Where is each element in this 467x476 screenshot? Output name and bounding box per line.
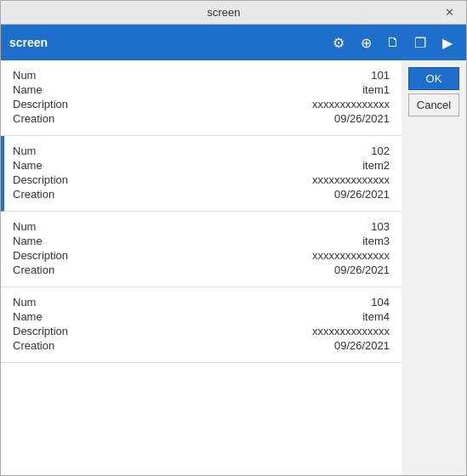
name-value: item4: [362, 310, 390, 323]
side-buttons: OK Cancel: [402, 60, 466, 475]
num-label: Num: [13, 220, 36, 233]
copy-icon[interactable]: ❐: [410, 32, 430, 53]
creation-label: Creation: [13, 188, 54, 201]
toolbar-title: screen: [9, 36, 322, 49]
play-icon[interactable]: ▶: [437, 32, 458, 53]
list-item[interactable]: Num 101 Name item1 Description xxxxxxxxx…: [1, 60, 402, 136]
list-item[interactable]: Num 104 Name item4 Description xxxxxxxxx…: [1, 287, 402, 363]
name-label: Name: [13, 83, 43, 96]
creation-value: 09/26/2021: [334, 264, 390, 276]
name-value: item1: [362, 83, 390, 96]
num-label: Num: [13, 296, 36, 309]
desc-value: xxxxxxxxxxxxxx: [312, 325, 390, 337]
creation-value: 09/26/2021: [334, 112, 390, 125]
creation-label: Creation: [13, 264, 54, 276]
creation-label: Creation: [13, 112, 54, 125]
num-value: 104: [371, 296, 390, 309]
desc-value: xxxxxxxxxxxxxx: [312, 249, 390, 262]
name-value: item3: [362, 235, 390, 247]
main-area: Num 101 Name item1 Description xxxxxxxxx…: [1, 60, 466, 475]
desc-value: xxxxxxxxxxxxxx: [312, 98, 390, 110]
close-button[interactable]: ✕: [440, 4, 459, 20]
document-icon[interactable]: 🗋: [383, 32, 403, 53]
num-label: Num: [13, 144, 36, 157]
list-item[interactable]: Num 103 Name item3 Description xxxxxxxxx…: [1, 212, 402, 287]
num-value: 102: [371, 144, 390, 157]
num-label: Num: [13, 69, 36, 82]
globe-icon[interactable]: ⊕: [356, 32, 376, 53]
ok-button[interactable]: OK: [408, 67, 459, 90]
num-value: 101: [371, 69, 390, 82]
window-title: screen: [8, 6, 440, 19]
desc-label: Description: [13, 325, 68, 337]
window: screen ✕ screen ⚙ ⊕ 🗋 ❐ ▶ Num 101 Name i…: [0, 0, 467, 476]
creation-label: Creation: [13, 339, 54, 352]
cancel-button[interactable]: Cancel: [408, 94, 459, 116]
name-label: Name: [13, 159, 43, 172]
creation-value: 09/26/2021: [334, 188, 390, 201]
name-label: Name: [13, 310, 43, 323]
item-list[interactable]: Num 101 Name item1 Description xxxxxxxxx…: [1, 60, 402, 475]
toolbar: screen ⚙ ⊕ 🗋 ❐ ▶: [1, 25, 466, 60]
desc-label: Description: [13, 249, 68, 262]
gear-icon[interactable]: ⚙: [328, 32, 349, 53]
title-bar: screen ✕: [1, 1, 466, 25]
desc-label: Description: [13, 98, 68, 110]
num-value: 103: [371, 220, 390, 233]
name-value: item2: [362, 159, 390, 172]
name-label: Name: [13, 235, 43, 247]
creation-value: 09/26/2021: [334, 339, 390, 352]
list-item[interactable]: Num 102 Name item2 Description xxxxxxxxx…: [1, 136, 402, 212]
desc-label: Description: [13, 173, 68, 186]
desc-value: xxxxxxxxxxxxxx: [312, 173, 390, 186]
